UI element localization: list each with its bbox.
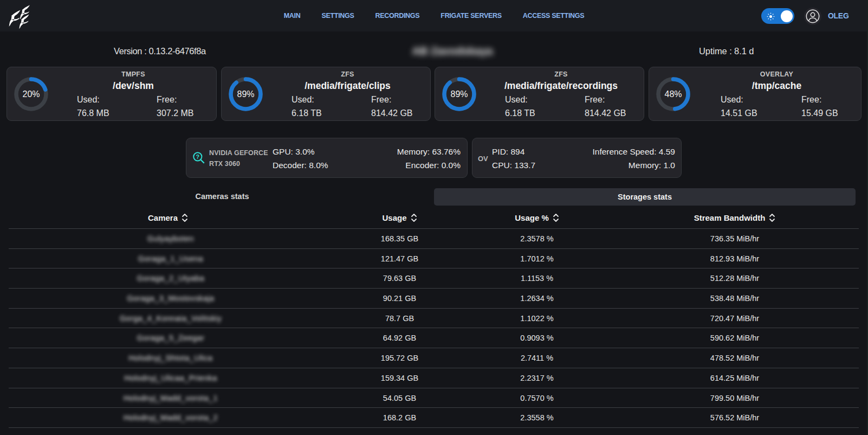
svg-text:?: ? xyxy=(196,153,200,160)
